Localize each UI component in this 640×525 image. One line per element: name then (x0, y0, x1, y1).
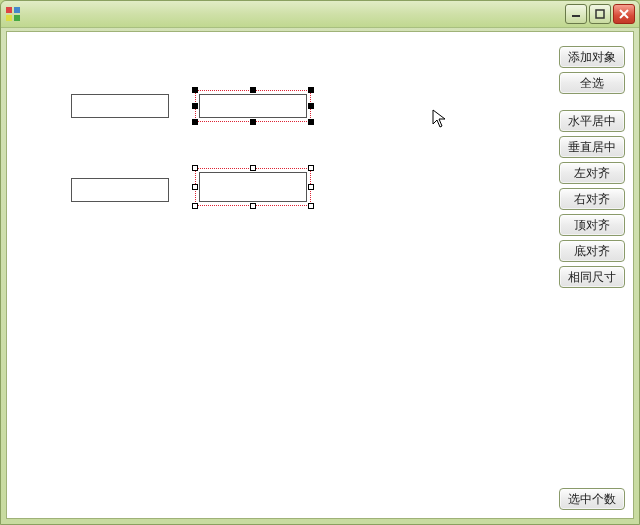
window-controls (565, 4, 635, 24)
resize-handle[interactable] (192, 184, 198, 190)
maximize-button[interactable] (589, 4, 611, 24)
svg-rect-3 (14, 15, 20, 21)
resize-handle[interactable] (308, 103, 314, 109)
add-object-button[interactable]: 添加对象 (559, 46, 625, 68)
shape-rect[interactable] (71, 178, 169, 202)
resize-handle[interactable] (308, 87, 314, 93)
client-area: 添加对象 全选 水平居中 垂直居中 左对齐 右对齐 顶对齐 底对齐 相同尺寸 选… (6, 31, 634, 519)
shape-rect[interactable] (199, 94, 307, 118)
resize-handle[interactable] (192, 103, 198, 109)
title-left (5, 6, 25, 22)
resize-handle[interactable] (308, 119, 314, 125)
vcenter-button[interactable]: 垂直居中 (559, 136, 625, 158)
resize-handle[interactable] (192, 203, 198, 209)
resize-handle[interactable] (250, 119, 256, 125)
count-selected-button[interactable]: 选中个数 (559, 488, 625, 510)
resize-handle[interactable] (192, 87, 198, 93)
app-window: 添加对象 全选 水平居中 垂直居中 左对齐 右对齐 顶对齐 底对齐 相同尺寸 选… (0, 0, 640, 525)
shape-rect[interactable] (199, 172, 307, 202)
select-all-button[interactable]: 全选 (559, 72, 625, 94)
align-top-button[interactable]: 顶对齐 (559, 214, 625, 236)
minimize-button[interactable] (565, 4, 587, 24)
same-size-button[interactable]: 相同尺寸 (559, 266, 625, 288)
svg-rect-5 (596, 10, 604, 18)
resize-handle[interactable] (308, 184, 314, 190)
align-right-button[interactable]: 右对齐 (559, 188, 625, 210)
app-icon (5, 6, 21, 22)
hcenter-button[interactable]: 水平居中 (559, 110, 625, 132)
resize-handle[interactable] (192, 119, 198, 125)
resize-handle[interactable] (308, 203, 314, 209)
shape-rect[interactable] (71, 94, 169, 118)
design-canvas[interactable] (7, 32, 633, 518)
resize-handle[interactable] (308, 165, 314, 171)
resize-handle[interactable] (250, 87, 256, 93)
titlebar[interactable] (1, 1, 639, 28)
resize-handle[interactable] (250, 203, 256, 209)
resize-handle[interactable] (250, 165, 256, 171)
svg-rect-2 (6, 15, 12, 21)
svg-rect-0 (6, 7, 12, 13)
align-left-button[interactable]: 左对齐 (559, 162, 625, 184)
close-button[interactable] (613, 4, 635, 24)
resize-handle[interactable] (192, 165, 198, 171)
svg-rect-1 (14, 7, 20, 13)
align-bottom-button[interactable]: 底对齐 (559, 240, 625, 262)
